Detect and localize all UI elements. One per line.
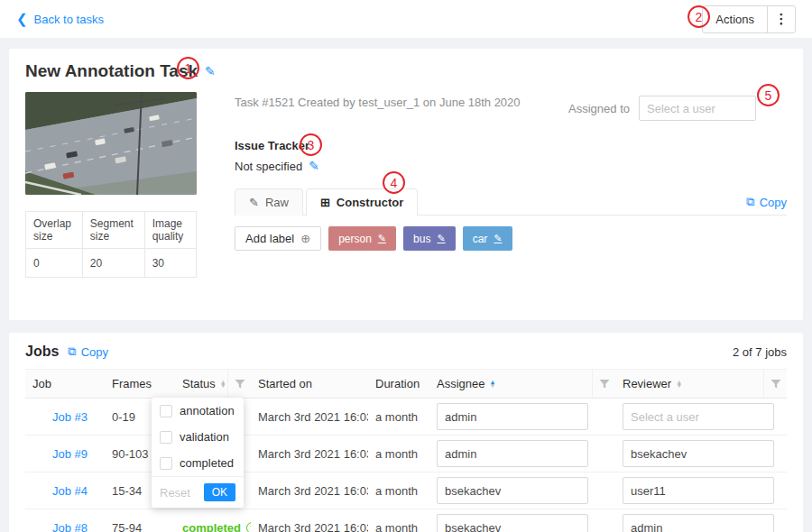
task-info-column: Task #1521 Created by test_user_1 on Jun… <box>235 92 787 304</box>
back-label: Back to tasks <box>34 13 104 26</box>
tab-raw-label: Raw <box>265 196 289 209</box>
job-link[interactable]: Job #8 <box>52 521 88 532</box>
add-label-button[interactable]: Add label ⊕ <box>235 226 321 251</box>
issue-tracker-edit-icon[interactable]: ✎ <box>309 159 319 173</box>
filter-ok-button[interactable]: OK <box>204 483 235 501</box>
label-person-name: person <box>338 233 372 245</box>
col-assignee: Assignee <box>437 377 484 390</box>
task-title: New Annotation Task <box>25 61 198 81</box>
label-bus-edit-icon[interactable]: ✎ <box>437 233 445 244</box>
duration-cell: a month <box>368 472 429 509</box>
copy-icon: ⧉ <box>68 344 76 359</box>
jobs-title: Jobs <box>25 344 59 360</box>
constructor-icon: ⊞ <box>320 196 330 209</box>
jobs-table: Job Frames Status ▲▼ Started on Duration… <box>25 369 787 532</box>
checkbox-validation[interactable] <box>160 431 172 444</box>
task-parameters-table: Overlap size Segment size Image quality … <box>25 211 197 278</box>
filter-option-label: completed <box>180 456 234 470</box>
table-row: Job #8 75-94 completed ? March 3rd 2021 … <box>25 509 787 532</box>
duration-cell: a month <box>368 509 429 532</box>
checkbox-completed[interactable] <box>160 457 172 470</box>
label-bus-name: bus <box>413 233 430 245</box>
jobs-copy-link[interactable]: ⧉ Copy <box>68 344 108 359</box>
top-bar: ❮ Back to tasks Actions ⋮ <box>0 0 812 38</box>
labels-copy-link[interactable]: ⧉ Copy <box>746 195 787 215</box>
copy-icon: ⧉ <box>746 195 754 209</box>
back-to-tasks-link[interactable]: ❮ Back to tasks <box>16 13 104 26</box>
raw-edit-icon: ✎ <box>249 196 259 209</box>
filter-option-completed[interactable]: completed <box>152 450 244 476</box>
started-cell: March 3rd 2021 16:03 <box>251 436 368 472</box>
table-row: Job #9 90-103 March 3rd 2021 16:03 a mon… <box>25 436 787 472</box>
label-person-edit-icon[interactable]: ✎ <box>378 233 386 244</box>
more-icon[interactable]: ⋮ <box>768 6 795 32</box>
job-link[interactable]: Job #3 <box>52 410 88 424</box>
assignee-input[interactable] <box>437 477 588 504</box>
task-preview-column: Overlap size Segment size Image quality … <box>25 92 197 304</box>
job-link[interactable]: Job #4 <box>52 484 88 498</box>
status-sort-icon[interactable]: ▲▼ <box>220 381 226 388</box>
tab-constructor-label: Constructor <box>337 196 403 209</box>
actions-label[interactable]: Actions <box>703 6 768 32</box>
reviewer-input[interactable] <box>623 403 774 430</box>
assignee-filter-icon[interactable] <box>592 370 615 398</box>
status-filter-icon[interactable] <box>227 370 251 398</box>
filter-option-label: annotation <box>180 404 235 417</box>
duration-cell: a month <box>368 436 429 472</box>
question-circle-icon[interactable]: ? <box>246 522 251 532</box>
filter-option-validation[interactable]: validation <box>152 424 244 450</box>
param-value-overlap: 0 <box>26 249 83 278</box>
label-chip-person[interactable]: person ✎ <box>328 226 396 251</box>
task-title-edit-icon[interactable]: ✎ <box>205 64 216 78</box>
started-cell: March 3rd 2021 16:03 <box>251 399 368 436</box>
assigned-to-label: Assigned to <box>568 102 630 115</box>
col-status: Status <box>182 377 216 390</box>
started-cell: March 3rd 2021 16:03 <box>251 472 368 509</box>
label-chip-car[interactable]: car ✎ <box>463 226 512 251</box>
reviewer-filter-icon[interactable] <box>763 370 787 398</box>
frames-cell: 75-94 <box>105 509 175 532</box>
col-job: Job <box>32 377 51 390</box>
labels-editor: ✎ Raw ⊞ Constructor ⧉ Copy <box>235 188 787 304</box>
filter-option-label: validation <box>180 430 229 444</box>
tab-constructor[interactable]: ⊞ Constructor <box>306 188 418 216</box>
started-cell: March 3rd 2021 16:03 <box>251 509 368 532</box>
reviewer-input[interactable] <box>623 514 774 532</box>
jobs-card: Jobs ⧉ Copy 2 of 7 jobs Job Frames Statu… <box>9 333 803 532</box>
assignee-input[interactable] <box>437 403 588 430</box>
reviewer-input[interactable] <box>623 477 774 504</box>
job-link[interactable]: Job #9 <box>52 447 88 461</box>
status-text: completed <box>182 521 241 532</box>
jobs-copy-label: Copy <box>81 345 108 359</box>
param-value-quality: 30 <box>144 249 196 278</box>
issue-tracker-label: Issue Tracker <box>235 139 787 152</box>
label-chip-bus[interactable]: bus ✎ <box>403 226 456 251</box>
col-reviewer: Reviewer <box>623 377 671 390</box>
filter-reset-button[interactable]: Reset <box>160 486 190 500</box>
label-car-edit-icon[interactable]: ✎ <box>494 233 502 244</box>
tab-raw[interactable]: ✎ Raw <box>235 188 303 216</box>
task-assignee-input[interactable] <box>639 96 756 121</box>
task-meta-text: Task #1521 Created by test_user_1 on Jun… <box>235 96 521 109</box>
param-header-quality: Image quality <box>144 212 196 249</box>
assignee-input[interactable] <box>437 514 588 532</box>
table-row: Job #3 0-19 March 3rd 2021 16:03 a month <box>25 399 787 436</box>
checkbox-annotation[interactable] <box>160 405 172 417</box>
actions-button[interactable]: Actions ⋮ <box>702 5 796 33</box>
label-car-name: car <box>473 233 488 245</box>
assignee-sort-icon[interactable]: ▲▼ <box>489 381 495 388</box>
plus-circle-icon: ⊕ <box>300 232 310 245</box>
filter-option-annotation[interactable]: annotation <box>152 398 244 424</box>
assignee-input[interactable] <box>437 440 588 467</box>
col-duration: Duration <box>375 377 420 390</box>
param-header-overlap: Overlap size <box>26 212 83 249</box>
param-value-segment: 20 <box>82 249 144 278</box>
reviewer-input[interactable] <box>623 440 774 467</box>
jobs-table-header: Job Frames Status ▲▼ Started on Duration… <box>25 370 787 399</box>
reviewer-sort-icon[interactable]: ▲▼ <box>676 381 682 388</box>
task-page: { "colors": { "accent": "#1890ff", "comp… <box>0 0 812 532</box>
jobs-count: 2 of 7 jobs <box>733 345 787 359</box>
status-filter-dropdown: annotation validation completed Reset OK <box>152 398 244 508</box>
issue-tracker-value: Not specified <box>235 160 302 173</box>
labels-copy-label: Copy <box>760 196 787 209</box>
